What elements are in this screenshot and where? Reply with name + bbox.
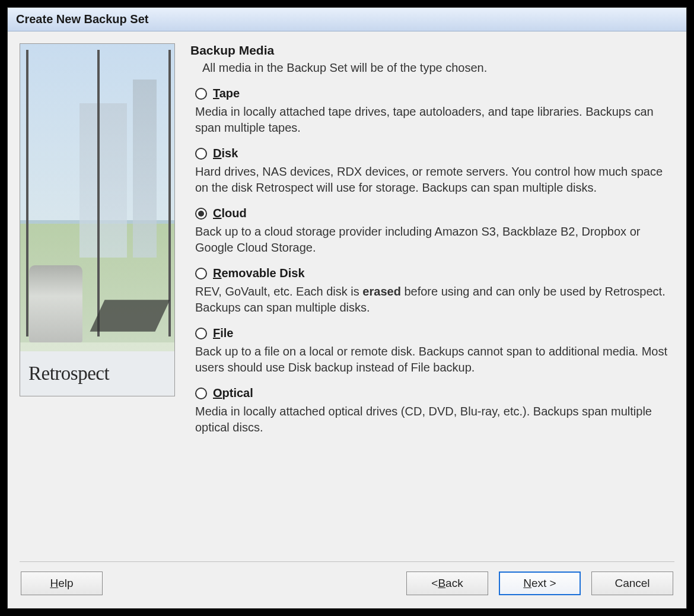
back-button[interactable]: < Back <box>406 571 488 595</box>
radio-disk-row[interactable]: Disk <box>195 147 671 160</box>
titlebar: Create New Backup Set <box>8 8 686 31</box>
radio-file-row[interactable]: File <box>195 326 671 340</box>
main-pane: Backup Media All media in the Backup Set… <box>190 43 674 561</box>
option-removable: Removable Disk REV, GoVault, etc. Each d… <box>190 266 671 316</box>
radio-removable-label: Removable Disk <box>213 266 305 280</box>
option-tape: Tape Media in locally attached tape driv… <box>190 87 671 136</box>
radio-removable-row[interactable]: Removable Disk <box>195 266 671 280</box>
radio-optical[interactable] <box>195 388 207 399</box>
option-cloud: Cloud Back up to a cloud storage provide… <box>190 207 671 256</box>
radio-removable[interactable] <box>195 268 207 280</box>
option-disk: Disk Hard drives, NAS devices, RDX devic… <box>190 147 671 196</box>
radio-cloud-row[interactable]: Cloud <box>195 207 671 220</box>
radio-disk-label: Disk <box>213 147 238 160</box>
cancel-button[interactable]: Cancel <box>591 571 673 595</box>
option-disk-desc: Hard drives, NAS devices, RDX devices, o… <box>195 164 671 196</box>
radio-optical-label: Optical <box>213 386 253 400</box>
radio-cloud[interactable] <box>195 208 207 220</box>
next-button[interactable]: Next > <box>499 571 581 595</box>
radio-file-label: File <box>213 326 233 340</box>
radio-file[interactable] <box>195 328 207 339</box>
option-optical-desc: Media in locally attached optical drives… <box>195 404 671 436</box>
option-file-desc: Back up to a file on a local or remote d… <box>195 344 671 376</box>
option-optical: Optical Media in locally attached optica… <box>190 386 671 436</box>
radio-cloud-label: Cloud <box>213 207 247 220</box>
content-area: Retrospect Backup Media All media in the… <box>8 31 686 561</box>
option-tape-desc: Media in locally attached tape drives, t… <box>195 104 671 136</box>
radio-disk[interactable] <box>195 148 207 160</box>
window-title: Create New Backup Set <box>16 12 678 26</box>
option-cloud-desc: Back up to a cloud storage provider incl… <box>195 224 671 256</box>
section-subtitle: All media in the Backup Set will be of t… <box>202 61 671 75</box>
section-title: Backup Media <box>190 43 671 58</box>
radio-tape[interactable] <box>195 88 207 100</box>
radio-tape-row[interactable]: Tape <box>195 87 671 100</box>
option-file: File Back up to a file on a local or rem… <box>190 326 671 376</box>
brand-logo-text: Retrospect <box>28 363 109 385</box>
radio-tape-label: Tape <box>213 87 240 100</box>
option-removable-desc: REV, GoVault, etc. Each disk is erased b… <box>195 284 671 316</box>
wizard-window: Create New Backup Set Retrospect Backup … <box>7 7 687 609</box>
help-button[interactable]: Help <box>21 571 103 595</box>
button-bar: Help < Back Next > Cancel <box>8 562 686 608</box>
radio-optical-row[interactable]: Optical <box>195 386 671 400</box>
wizard-sidebar-image: Retrospect <box>20 43 175 396</box>
